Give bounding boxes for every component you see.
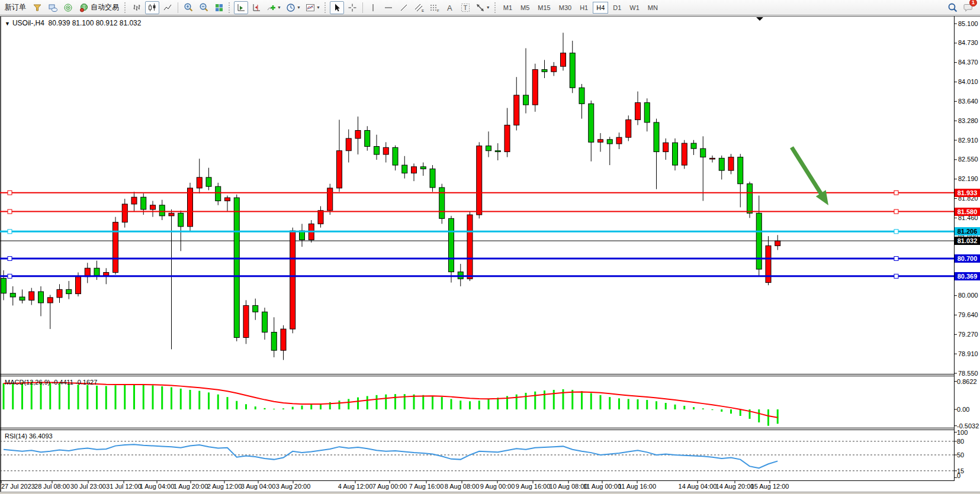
arrows-button[interactable]: ▼	[474, 1, 492, 14]
text-button[interactable]: A	[443, 1, 457, 14]
time-axis-label: 3 Aug 20:00	[276, 483, 311, 490]
candle-body	[57, 289, 62, 298]
timeframe-button-M15[interactable]: M15	[534, 2, 554, 14]
candle-body	[514, 95, 519, 125]
time-axis-label: 9 Aug 16:00	[516, 483, 551, 490]
notifications-button[interactable]: 1	[961, 1, 975, 14]
add-indicator-button[interactable]: ▼	[265, 1, 283, 14]
chart-shift-icon	[252, 3, 261, 12]
time-axis-label: 15 Aug 12:00	[751, 483, 789, 490]
trendline-button[interactable]	[397, 1, 411, 14]
search-button[interactable]	[946, 1, 960, 14]
signals-icon[interactable]	[61, 1, 75, 14]
candle-body	[505, 125, 510, 151]
pane-separator	[0, 480, 954, 481]
price-axis-label: 82.190	[958, 175, 978, 182]
virtual-hosting-icon[interactable]	[46, 1, 60, 14]
zoom-out-icon	[199, 2, 209, 12]
pane-separator[interactable]	[0, 374, 954, 374]
new-order-button[interactable]: 新订单	[2, 1, 29, 14]
crosshair-button[interactable]	[345, 1, 359, 14]
candle-body	[486, 146, 491, 151]
candle-body	[365, 130, 370, 146]
timeframe-button-M5[interactable]: M5	[517, 2, 533, 14]
period-button[interactable]: ▼	[284, 1, 303, 14]
sonar-icon	[63, 3, 73, 12]
time-axis-label: 1 Aug 20:00	[173, 483, 208, 490]
current-price-badge: 81.032	[955, 237, 980, 245]
vertical-line-icon	[369, 3, 377, 12]
timeframe-button-M30[interactable]: M30	[555, 2, 575, 14]
candle-body	[131, 197, 137, 204]
text-label-button[interactable]: T	[458, 1, 473, 14]
time-axis-label: 2 Aug 12:00	[207, 483, 242, 490]
candle-body	[673, 143, 678, 165]
time-axis-label: 11 Aug 16:00	[618, 483, 656, 490]
pane-separator[interactable]	[0, 428, 954, 428]
template-button[interactable]: ▼	[304, 1, 322, 14]
candlestick-chart-button[interactable]	[145, 1, 159, 14]
history-center-icon[interactable]	[30, 1, 44, 14]
timeframe-button-M1[interactable]: M1	[500, 2, 516, 14]
bar-chart-button[interactable]	[130, 1, 144, 14]
candle-body	[374, 147, 380, 155]
timeframe-button-H4[interactable]: H4	[593, 2, 608, 14]
candle-body	[654, 122, 659, 152]
horizontal-line-icon	[384, 3, 393, 12]
channel-icon: E	[414, 3, 425, 12]
zoom-in-button[interactable]	[181, 1, 195, 14]
horizontal-line-button[interactable]	[381, 1, 396, 14]
candle-body	[728, 157, 734, 171]
candlestick-icon	[147, 3, 157, 12]
tile-windows-button[interactable]	[212, 1, 226, 14]
candle-body	[598, 140, 603, 143]
candle-body	[644, 103, 650, 122]
candle-body	[290, 231, 295, 329]
pane-separator[interactable]	[0, 376, 954, 376]
chart-canvas[interactable]	[0, 16, 980, 493]
candle-body	[76, 277, 81, 294]
candle-body	[430, 169, 435, 188]
candle-body	[234, 198, 239, 337]
chart-title: ▼USOil-,H4 80.939 81.100 80.912 81.032	[5, 19, 141, 27]
candle-body	[281, 329, 286, 350]
candle-body	[663, 143, 669, 151]
level-price-badge: 80.369	[955, 272, 980, 280]
price-axis-label: 78.910	[958, 350, 978, 357]
autotrading-button[interactable]: 自动交易	[76, 1, 122, 14]
candle-body	[710, 158, 715, 159]
zoom-out-button[interactable]	[197, 1, 211, 14]
chart-shift-button[interactable]	[249, 1, 264, 14]
cursor-button[interactable]	[330, 1, 344, 14]
toolbar-grip	[229, 2, 232, 13]
pane-separator[interactable]	[0, 430, 954, 430]
equidistant-channel-button[interactable]: E	[412, 1, 426, 14]
macd-signal-line	[4, 382, 777, 417]
line-handle	[894, 257, 898, 261]
fibonacci-button[interactable]: F	[428, 1, 442, 14]
candle-body	[616, 137, 622, 144]
candle-body	[337, 151, 342, 188]
price-axis-label: 85.100	[958, 20, 978, 27]
candle-body	[104, 272, 109, 275]
template-icon	[306, 3, 315, 12]
collapse-triangle-icon[interactable]: ▼	[5, 21, 10, 27]
toolbar-grip	[324, 2, 327, 13]
timeframe-button-MN[interactable]: MN	[644, 2, 661, 14]
candle-body	[243, 305, 249, 337]
line-chart-button[interactable]	[160, 1, 175, 14]
line-handle	[8, 230, 12, 234]
timeframe-button-H1[interactable]: H1	[576, 2, 592, 14]
candle-body	[383, 147, 388, 154]
timeframe-button-D1[interactable]: D1	[609, 2, 625, 14]
search-icon	[947, 2, 958, 13]
price-axis-label: 84.010	[958, 78, 978, 85]
candle-body	[169, 213, 174, 216]
auto-scroll-button[interactable]	[234, 1, 248, 14]
timeframe-button-W1[interactable]: W1	[626, 2, 643, 14]
candle-body	[262, 312, 268, 332]
tile-windows-icon	[214, 3, 224, 12]
vertical-line-button[interactable]	[366, 1, 380, 14]
candle-body	[579, 88, 584, 104]
line-chart-icon	[163, 3, 172, 12]
